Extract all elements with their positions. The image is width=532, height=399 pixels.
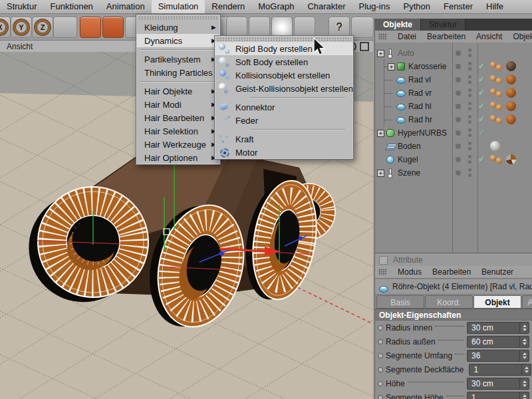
property-bullet[interactable] bbox=[378, 353, 383, 358]
render-settings-icon[interactable] bbox=[102, 17, 124, 38]
dynamics-tag[interactable] bbox=[490, 154, 504, 164]
panel-menu-item[interactable]: Bearbeiten bbox=[427, 32, 466, 41]
dynamics-tag[interactable] bbox=[490, 101, 504, 111]
object-name[interactable]: Szene bbox=[398, 168, 420, 178]
visibility-dots[interactable] bbox=[468, 88, 471, 92]
submenu-item[interactable]: Kraft bbox=[215, 132, 353, 146]
dynamics-tag[interactable] bbox=[490, 114, 504, 124]
object-name[interactable]: Karosserie bbox=[408, 62, 446, 71]
menu-item[interactable]: Funktionen bbox=[44, 0, 100, 13]
expand-toggle[interactable] bbox=[377, 170, 384, 177]
visibility-dots[interactable] bbox=[468, 102, 471, 105]
object-name[interactable]: Rad vr bbox=[408, 88, 432, 98]
grip-icon[interactable] bbox=[378, 33, 387, 40]
viewport-menu-ansicht[interactable]: Ansicht bbox=[7, 42, 33, 51]
stepper-arrows[interactable] bbox=[519, 323, 529, 333]
visibility-dots[interactable] bbox=[468, 49, 471, 52]
layer-dot[interactable] bbox=[456, 104, 461, 109]
visibility-dots[interactable] bbox=[468, 75, 471, 78]
panel-menu-item[interactable]: Ansicht bbox=[476, 32, 502, 41]
layer-dot[interactable] bbox=[456, 117, 461, 122]
object-tree-row[interactable]: HyperNURBS ✓ bbox=[375, 126, 532, 140]
property-input[interactable]: 30 cm bbox=[467, 322, 529, 334]
menu-item[interactable]: Struktur bbox=[0, 0, 44, 13]
enabled-check[interactable]: ✓ bbox=[478, 88, 485, 97]
material-brown-tag[interactable] bbox=[506, 74, 516, 84]
dropdown-menu-item[interactable]: Kleidung ▶ bbox=[136, 21, 220, 34]
visibility-dots[interactable] bbox=[468, 115, 471, 118]
enabled-check[interactable]: ✓ bbox=[478, 101, 485, 110]
layer-dot[interactable] bbox=[456, 130, 461, 136]
enabled-check[interactable]: ✓ bbox=[478, 61, 485, 70]
submenu-item[interactable]: Kollisionsobjekt erstellen bbox=[215, 68, 353, 82]
dropdown-menu-item[interactable]: Thinking Particles ▶ bbox=[136, 66, 220, 79]
object-tree-row[interactable]: Kugel ✓ bbox=[375, 153, 532, 166]
attribute-tab[interactable]: Ausschnitt bbox=[522, 295, 532, 309]
submenu-item[interactable]: Rigid Body erstellen bbox=[215, 42, 353, 55]
layer-dot[interactable] bbox=[456, 77, 461, 82]
object-tree-row[interactable]: Rad hr ✓ bbox=[375, 113, 532, 126]
attributes-menu-item[interactable]: Benutzer bbox=[481, 267, 513, 277]
stepper-arrows[interactable] bbox=[519, 336, 529, 347]
object-tree-row[interactable]: Boden ✓ bbox=[375, 140, 532, 153]
object-tree-row[interactable]: Rad vl ✓ bbox=[375, 73, 532, 86]
submenu-item[interactable]: Konnektor bbox=[215, 100, 353, 114]
panel-tab[interactable]: Struktur bbox=[421, 19, 466, 31]
render-view-icon[interactable] bbox=[80, 17, 101, 38]
menu-item[interactable]: Hilfe bbox=[479, 0, 510, 13]
submenu-item[interactable]: Geist-Kollisionsobjekt erstellen bbox=[215, 82, 353, 95]
y-axis-lock-icon[interactable]: Y bbox=[11, 17, 32, 38]
property-input[interactable]: 36 bbox=[467, 350, 529, 362]
material-brown-tag[interactable] bbox=[506, 88, 516, 98]
material-brown-tag[interactable] bbox=[506, 101, 516, 111]
object-name[interactable]: Boden bbox=[398, 142, 421, 151]
visibility-dots[interactable] bbox=[468, 128, 471, 132]
stepper-arrows[interactable] bbox=[519, 378, 529, 389]
property-bullet[interactable] bbox=[378, 381, 383, 386]
material-brown-tag[interactable] bbox=[506, 114, 516, 124]
object-tree-row[interactable]: Rad vr ✓ bbox=[375, 86, 532, 100]
attribute-tab[interactable]: Koord. bbox=[425, 295, 473, 309]
object-name[interactable]: Auto bbox=[398, 49, 414, 58]
object-tree-row[interactable]: Auto ✓ bbox=[375, 47, 532, 60]
layer-dot[interactable] bbox=[456, 144, 461, 149]
x-axis-lock-icon[interactable]: X bbox=[0, 17, 11, 38]
menu-item[interactable]: Rendern bbox=[205, 0, 251, 13]
submenu-item[interactable]: Soft Body erstellen bbox=[215, 55, 353, 68]
stepper-arrows[interactable] bbox=[519, 350, 529, 361]
menu-item[interactable]: Charakter bbox=[301, 0, 352, 13]
object-name[interactable]: Rad hr bbox=[408, 115, 432, 124]
dropdown-menu-item[interactable]: Hair Selektion ▶ bbox=[136, 124, 220, 138]
enabled-check[interactable]: ✓ bbox=[478, 74, 485, 84]
dynamics-tag[interactable] bbox=[490, 74, 504, 84]
layer-dot[interactable] bbox=[456, 90, 461, 96]
attribute-tab[interactable]: Objekt bbox=[473, 295, 521, 309]
object-name[interactable]: Rad vl bbox=[408, 75, 431, 84]
enabled-check[interactable]: ✓ bbox=[478, 154, 485, 164]
property-input[interactable]: 1 bbox=[467, 392, 529, 399]
stepper-arrows[interactable] bbox=[519, 392, 529, 399]
z-axis-lock-icon[interactable]: Z bbox=[32, 17, 53, 38]
attributes-menu-item[interactable]: Modus bbox=[398, 267, 422, 277]
property-bullet[interactable] bbox=[378, 325, 383, 331]
visibility-dots[interactable] bbox=[468, 142, 471, 145]
dropdown-menu-item[interactable]: Hair Bearbeiten ▶ bbox=[136, 111, 220, 124]
dropdown-menu-item[interactable]: Dynamics ▶ bbox=[136, 34, 220, 47]
property-input[interactable]: 1 bbox=[469, 364, 531, 376]
dropdown-menu-item[interactable]: Hair Objekte ▶ bbox=[136, 84, 220, 98]
material-gray-tag[interactable] bbox=[490, 141, 500, 151]
property-input[interactable]: 60 cm bbox=[467, 336, 529, 348]
property-bullet[interactable] bbox=[378, 367, 383, 372]
menu-item[interactable]: Python bbox=[396, 0, 436, 13]
attribute-tab[interactable]: Basis bbox=[376, 295, 424, 309]
tear-off-strip[interactable] bbox=[217, 37, 351, 41]
stepper-arrows[interactable] bbox=[521, 364, 531, 375]
material-darkbrown-tag[interactable] bbox=[506, 61, 516, 71]
expand-toggle[interactable] bbox=[377, 130, 384, 137]
dropdown-menu-item[interactable]: Hair Werkzeuge ▶ bbox=[136, 138, 220, 151]
visibility-dots[interactable] bbox=[468, 62, 471, 65]
property-bullet[interactable] bbox=[378, 339, 383, 344]
tear-off-strip[interactable] bbox=[138, 16, 218, 20]
material-mixed-tag[interactable] bbox=[506, 154, 516, 164]
layer-dot[interactable] bbox=[456, 51, 461, 56]
